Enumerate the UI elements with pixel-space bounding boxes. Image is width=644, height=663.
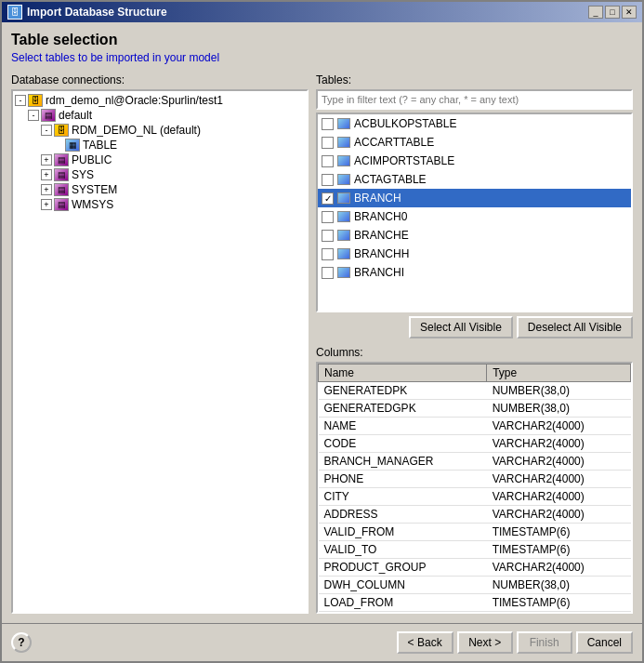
table-icon-8 (337, 267, 350, 278)
window-icon: 🗄 (7, 5, 22, 20)
col-name-5: PHONE (319, 471, 487, 488)
table-row[interactable]: ACCARTTABLE (318, 133, 631, 152)
col-name-0: GENERATEDPK (319, 382, 487, 400)
minimize-btn[interactable]: _ (588, 6, 603, 19)
columns-table: Name Type GENERATEDPKNUMBER(38,0)GENERAT… (318, 364, 631, 612)
col-type-11: NUMBER(38,0) (487, 577, 631, 594)
col-type-2: VARCHAR2(4000) (487, 418, 631, 435)
maximize-btn[interactable]: □ (605, 6, 620, 19)
table-row[interactable]: BRANCHI (318, 263, 631, 282)
tree-expand-rdm_demo[interactable]: - (41, 125, 52, 136)
tree-expand-default[interactable]: - (28, 110, 39, 121)
tree-icon-public: ▤ (54, 153, 69, 166)
tree-text-sys: SYS (72, 168, 94, 181)
table-row[interactable]: BRANCH0 (318, 207, 631, 226)
table-checkbox-5[interactable] (322, 211, 334, 223)
table-name-2: ACIMPORTSTABLE (354, 154, 454, 167)
table-row[interactable]: BRANCH (318, 189, 631, 207)
col-name-3: CODE (319, 435, 487, 453)
tree-item-system[interactable]: +▤SYSTEM (15, 182, 305, 197)
table-icon-5 (337, 211, 350, 222)
col-name-8: VALID_FROM (319, 524, 487, 541)
table-checkbox-6[interactable] (322, 230, 334, 242)
table-row: CODEVARCHAR2(4000) (319, 435, 631, 453)
tree-icon-sys: ▤ (54, 168, 69, 181)
tree-item-sys[interactable]: +▤SYS (15, 167, 305, 182)
col-name-12: LOAD_FROM (319, 594, 487, 612)
col-type-0: NUMBER(38,0) (487, 382, 631, 400)
tree-expand-public[interactable]: + (41, 154, 52, 166)
tree-icon-system: ▤ (54, 183, 69, 196)
bottom-bar: ? < Back Next > Finish Cancel (2, 623, 642, 661)
table-row: VALID_TOTIMESTAMP(6) (319, 541, 631, 559)
table-row[interactable]: ACIMPORTSTABLE (318, 152, 631, 170)
tree-item-wmsys[interactable]: +▤WMSYS (15, 197, 305, 212)
table-checkbox-0[interactable] (322, 118, 334, 130)
table-row: CITYVARCHAR2(4000) (319, 488, 631, 506)
tree-item-table[interactable]: ▦TABLE (15, 138, 305, 152)
close-btn[interactable]: ✕ (622, 6, 637, 19)
tree-item-default[interactable]: -▤default (15, 108, 305, 123)
next-button[interactable]: Next > (457, 631, 513, 654)
tree-icon-table: ▦ (65, 139, 80, 152)
finish-button[interactable]: Finish (517, 631, 572, 654)
tree-text-default: default (59, 109, 92, 122)
col-name-1: GENERATEDGPK (319, 400, 487, 418)
window-title: Import Database Structure (27, 6, 167, 19)
table-name-4: BRANCH (354, 192, 401, 205)
table-name-5: BRANCH0 (354, 210, 407, 223)
col-header-type: Type (487, 365, 631, 382)
table-checkbox-7[interactable] (322, 248, 334, 260)
col-name-11: DWH_COLUMN (319, 577, 487, 594)
table-checkbox-8[interactable] (322, 267, 334, 279)
tables-list-root: ACBULKOPSTABLEACCARTTABLEACIMPORTSTABLEA… (318, 114, 631, 282)
back-button[interactable]: < Back (397, 631, 453, 654)
table-name-8: BRANCHI (354, 266, 404, 279)
header-section: Table selection Select tables to be impo… (11, 32, 633, 64)
tree-item-root[interactable]: -🗄rdm_demo_nl@Oracle:Spurlin/test1 (15, 93, 305, 108)
tree-expand-wmsys[interactable]: + (41, 199, 52, 210)
columns-label: Columns: (316, 346, 633, 359)
tree-item-public[interactable]: +▤PUBLIC (15, 152, 305, 167)
deselect-all-visible-button[interactable]: Deselect All Visible (517, 316, 633, 338)
tree-icon-wmsys: ▤ (54, 198, 69, 211)
table-checkbox-4[interactable] (322, 192, 334, 205)
col-type-10: VARCHAR2(4000) (487, 559, 631, 577)
table-row[interactable]: BRANCHE (318, 226, 631, 245)
col-name-6: CITY (319, 488, 487, 506)
columns-tbody: GENERATEDPKNUMBER(38,0)GENERATEDGPKNUMBE… (319, 382, 631, 612)
tree-expand-root[interactable]: - (15, 95, 26, 106)
tree-expand-sys[interactable]: + (41, 169, 52, 180)
col-name-7: ADDRESS (319, 506, 487, 524)
help-button[interactable]: ? (11, 632, 32, 653)
tree-expand-system[interactable]: + (41, 184, 52, 195)
content-area: Table selection Select tables to be impo… (2, 22, 642, 623)
col-name-4: BRANCH_MANAGER (319, 453, 487, 471)
bottom-buttons: < Back Next > Finish Cancel (397, 631, 633, 654)
col-type-7: VARCHAR2(4000) (487, 506, 631, 524)
cancel-button[interactable]: Cancel (576, 631, 633, 654)
tree-text-root: rdm_demo_nl@Oracle:Spurlin/test1 (46, 94, 223, 107)
col-type-8: TIMESTAMP(6) (487, 524, 631, 541)
table-row: LOAD_FROMTIMESTAMP(6) (319, 594, 631, 612)
main-area: Database connections: -🗄rdm_demo_nl@Orac… (11, 73, 633, 614)
table-checkbox-1[interactable] (322, 137, 334, 149)
tree-container[interactable]: -🗄rdm_demo_nl@Oracle:Spurlin/test1-▤defa… (11, 89, 309, 614)
table-checkbox-2[interactable] (322, 155, 334, 167)
tree-icon-root: 🗄 (28, 94, 43, 107)
select-all-visible-button[interactable]: Select All Visible (409, 316, 513, 338)
subtitle-plain: Select tables to be imported (11, 51, 152, 64)
table-checkbox-3[interactable] (322, 174, 334, 186)
table-row[interactable]: ACTAGTABLE (318, 170, 631, 189)
columns-table-container[interactable]: Name Type GENERATEDPKNUMBER(38,0)GENERAT… (316, 362, 633, 614)
filter-input[interactable] (316, 89, 633, 110)
table-name-7: BRANCHH (354, 247, 409, 260)
table-row: PRODUCT_GROUPVARCHAR2(4000) (319, 559, 631, 577)
table-row[interactable]: BRANCHH (318, 245, 631, 263)
table-row: PHONEVARCHAR2(4000) (319, 471, 631, 488)
tables-list[interactable]: ACBULKOPSTABLEACCARTTABLEACIMPORTSTABLEA… (316, 113, 633, 312)
col-type-3: VARCHAR2(4000) (487, 435, 631, 453)
table-row[interactable]: ACBULKOPSTABLE (318, 114, 631, 133)
col-type-9: TIMESTAMP(6) (487, 541, 631, 559)
tree-item-rdm_demo[interactable]: -🗄RDM_DEMO_NL (default) (15, 123, 305, 138)
